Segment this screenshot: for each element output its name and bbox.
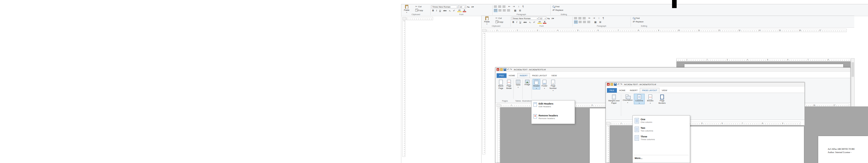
tab-page-layout[interactable]: PAGE LAYOUT (640, 88, 659, 93)
justify-button[interactable] (507, 9, 510, 12)
line-spacing-button[interactable]: ↕ (518, 5, 520, 8)
numbering-button[interactable] (498, 6, 501, 8)
underline-button[interactable]: U (519, 21, 522, 24)
numbering-button[interactable] (579, 17, 581, 20)
tab-view[interactable]: VIEW (549, 73, 559, 78)
orientation-button[interactable]: Orientation ▾ (622, 94, 633, 104)
line-spacing-button[interactable]: ↕ (598, 17, 600, 19)
replace-button[interactable]: ⇄ Replace (633, 21, 644, 23)
font-color-button[interactable]: A (543, 21, 546, 24)
menu-item-remove-headers[interactable]: × Remove headers Remove headers (532, 113, 574, 120)
justify-button[interactable] (587, 21, 590, 24)
undo-icon[interactable]: ↶ (507, 69, 509, 71)
italic-button[interactable]: I (516, 21, 518, 24)
page-number-button[interactable]: 1 Page Number ▾ (549, 79, 557, 91)
tab-file[interactable]: FILE (497, 73, 506, 78)
align-right-button[interactable] (583, 21, 586, 24)
grow-font-button[interactable]: A▴ (547, 17, 550, 20)
italic-button[interactable]: I (435, 9, 438, 12)
align-left-button[interactable] (494, 9, 497, 12)
cut-button[interactable]: ✂ Cut (415, 5, 422, 8)
tab-view[interactable]: VIEW (659, 88, 669, 93)
page-break-button[interactable]: Page Break (505, 79, 513, 90)
menu-item-more-columns[interactable]: More... (633, 156, 689, 161)
find-button[interactable]: Find (633, 17, 640, 19)
borders-button[interactable]: ⊞ (518, 9, 522, 12)
tab-file[interactable]: FILE (607, 88, 617, 93)
cut-button[interactable]: ✂ Cut (496, 17, 502, 19)
font-size-select[interactable]: 12 ▾ (459, 5, 466, 8)
show-paragraph-marks-button[interactable]: ¶ (602, 17, 604, 19)
font-color-button[interactable]: A (463, 9, 466, 12)
multilevel-list-button[interactable] (583, 17, 586, 20)
strikethrough-button[interactable]: abc (522, 21, 528, 24)
superscript-button[interactable]: x² (452, 9, 456, 12)
decrease-indent-button[interactable]: ⇤ (589, 17, 591, 19)
bold-button[interactable]: B (431, 9, 435, 12)
open-icon[interactable] (611, 83, 613, 86)
tab-insert[interactable]: INSERT (628, 88, 640, 93)
bold-button[interactable]: B (512, 21, 515, 24)
table-button[interactable]: Table ▾ (514, 79, 522, 88)
scrollbar-thumb[interactable] (851, 62, 854, 77)
ruler-number: 1 (621, 122, 622, 124)
find-button[interactable]: Find (553, 5, 560, 8)
show-paragraph-marks-button[interactable]: ¶ (522, 5, 524, 8)
open-icon[interactable] (500, 68, 503, 71)
replace-button[interactable]: ⇄ Replace (553, 9, 563, 11)
shading-button[interactable]: ▦ (513, 9, 517, 12)
bullets-button[interactable] (494, 6, 497, 8)
menu-item-three-columns[interactable]: Three Three columns (633, 134, 689, 141)
text-highlight-button[interactable]: ab (537, 21, 542, 24)
font-size-select[interactable]: 12 ▾ (539, 17, 546, 20)
subscript-button[interactable]: x₂ (528, 21, 532, 24)
shrink-font-button[interactable]: A▾ (471, 6, 474, 8)
shrink-font-button[interactable]: A▾ (552, 17, 554, 20)
copy-button[interactable]: Copy (415, 9, 423, 11)
underline-button[interactable]: U (438, 9, 442, 12)
align-left-button[interactable] (574, 21, 578, 24)
tab-home[interactable]: HOME (617, 88, 628, 93)
menu-item-one-column[interactable]: One One column (633, 117, 689, 124)
increase-indent-button[interactable]: ⇥ (593, 17, 595, 19)
document-page[interactable]: ArCADia-ARCHITECTURE Author: Internal Li… (818, 136, 868, 163)
save-icon[interactable] (503, 68, 506, 71)
image-button[interactable]: Image (524, 79, 531, 86)
title-bar[interactable]: A ↶ ↷ ArCADia-TEXT - ArCADiaTEXT0.rtf (496, 67, 850, 72)
copy-button[interactable]: Copy (496, 21, 503, 23)
bullets-button[interactable] (574, 17, 577, 20)
blank-page-button[interactable]: Blank Page (497, 79, 505, 90)
align-right-button[interactable] (502, 9, 506, 12)
undo-icon[interactable]: ↶ (617, 83, 620, 86)
subscript-button[interactable]: x₂ (448, 9, 452, 12)
text-highlight-button[interactable]: ab (457, 9, 462, 12)
title-bar[interactable]: A ↶ ↷ ArCADia-TEXT - ArCADiaTEXT0.rtf (606, 82, 804, 86)
redo-icon[interactable]: ↷ (510, 69, 512, 71)
grow-font-button[interactable]: A▴ (467, 6, 469, 8)
tab-insert[interactable]: INSERT (517, 73, 530, 78)
font-family-select[interactable]: Times New Roman ▾ (512, 17, 538, 20)
tab-page-layout[interactable]: PAGE LAYOUT (530, 73, 549, 78)
shading-button[interactable]: ▦ (593, 21, 597, 24)
breaks-button[interactable]: Breaks ▾ (645, 94, 655, 104)
multilevel-list-button[interactable] (502, 6, 505, 8)
redo-icon[interactable]: ↷ (620, 83, 623, 86)
align-center-button[interactable] (498, 9, 502, 12)
font-family-select[interactable]: Times New Roman ▾ (431, 5, 458, 8)
superscript-button[interactable]: x² (532, 21, 536, 24)
margins-and-paper-button[interactable]: Margins and Paper (608, 94, 620, 105)
columns-button[interactable]: Columns ▾ (634, 94, 645, 104)
paragraph-group: ⇤ ⇥ ↕ ¶ ▦ ⊞ Paragraph (493, 4, 550, 16)
align-center-button[interactable] (579, 21, 582, 24)
increase-indent-button[interactable]: ⇥ (513, 5, 515, 8)
footer-button[interactable]: Footer ▾ (541, 79, 548, 89)
header-button[interactable]: Header ▾ (533, 79, 540, 89)
menu-item-two-columns[interactable]: Two Two columns (633, 126, 689, 133)
page-borders-button[interactable]: Page Borders (656, 94, 668, 105)
tab-home[interactable]: HOME (506, 73, 517, 78)
borders-button[interactable]: ⊞ (598, 21, 602, 24)
decrease-indent-button[interactable]: ⇤ (508, 5, 510, 8)
save-icon[interactable] (614, 83, 617, 86)
strikethrough-button[interactable]: abc (442, 9, 447, 12)
menu-item-edit-headers[interactable]: Edit Headers Edit Headers (532, 102, 574, 109)
